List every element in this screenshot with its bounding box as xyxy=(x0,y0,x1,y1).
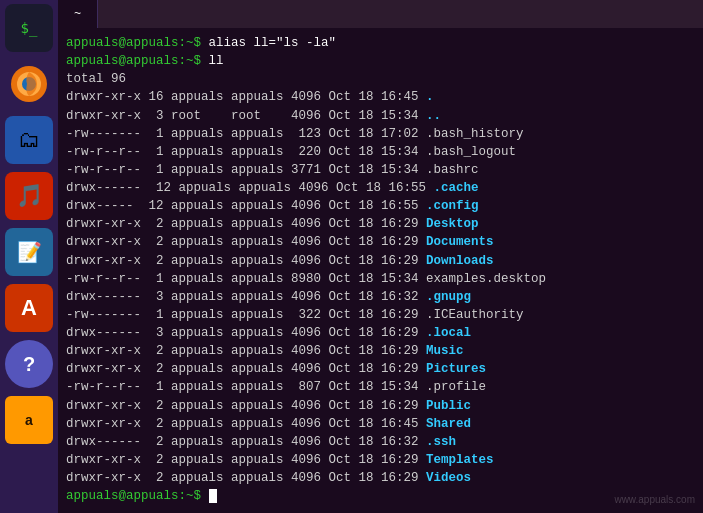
terminal-line: drwx------ 3 appuals appuals 4096 Oct 18… xyxy=(66,288,695,306)
terminal-line: drwxr-xr-x 2 appuals appuals 4096 Oct 18… xyxy=(66,415,695,433)
writer-icon: 📝 xyxy=(17,240,42,265)
tab-bar: ~ xyxy=(58,0,703,28)
sidebar: $_ 🗂 🎵 📝 A ? a xyxy=(0,0,58,513)
sidebar-icon-firefox[interactable] xyxy=(5,60,53,108)
terminal-line: drwxr-xr-x 16 appuals appuals 4096 Oct 1… xyxy=(66,88,695,106)
terminal-area: ~ appuals@appuals:~$ alias ll="ls -la"ap… xyxy=(58,0,703,513)
sidebar-icon-appstore[interactable]: A xyxy=(5,284,53,332)
terminal-line: drwx------ 12 appuals appuals 4096 Oct 1… xyxy=(66,179,695,197)
terminal-line: appuals@appuals:~$ ll xyxy=(66,52,695,70)
terminal-line: drwx------ 3 appuals appuals 4096 Oct 18… xyxy=(66,324,695,342)
terminal-line: -rw-r--r-- 1 appuals appuals 807 Oct 18 … xyxy=(66,378,695,396)
terminal-line: drwxr-xr-x 2 appuals appuals 4096 Oct 18… xyxy=(66,469,695,487)
help-icon: ? xyxy=(23,353,35,376)
terminal-line: -rw------- 1 appuals appuals 322 Oct 18 … xyxy=(66,306,695,324)
tab-home[interactable]: ~ xyxy=(58,0,98,28)
terminal-line: appuals@appuals:~$ xyxy=(66,487,695,505)
terminal-icon: $_ xyxy=(21,20,38,36)
terminal-line: -rw-r--r-- 1 appuals appuals 220 Oct 18 … xyxy=(66,143,695,161)
music-icon: 🎵 xyxy=(16,183,43,210)
terminal-line: -rw-r--r-- 1 appuals appuals 3771 Oct 18… xyxy=(66,161,695,179)
sidebar-icon-files[interactable]: 🗂 xyxy=(5,116,53,164)
files-icon: 🗂 xyxy=(18,127,40,154)
sidebar-icon-music[interactable]: 🎵 xyxy=(5,172,53,220)
terminal-line: drwxr-xr-x 3 root root 4096 Oct 18 15:34… xyxy=(66,107,695,125)
terminal-line: total 96 xyxy=(66,70,695,88)
terminal-line: -rw------- 1 appuals appuals 123 Oct 18 … xyxy=(66,125,695,143)
sidebar-icon-terminal[interactable]: $_ xyxy=(5,4,53,52)
terminal-line: -rw-r--r-- 1 appuals appuals 8980 Oct 18… xyxy=(66,270,695,288)
terminal-line: drwx------ 2 appuals appuals 4096 Oct 18… xyxy=(66,433,695,451)
terminal-content[interactable]: appuals@appuals:~$ alias ll="ls -la"appu… xyxy=(58,28,703,513)
watermark: www.appuals.com xyxy=(614,494,695,505)
terminal-line: drwxr-xr-x 2 appuals appuals 4096 Oct 18… xyxy=(66,252,695,270)
sidebar-icon-amazon[interactable]: a xyxy=(5,396,53,444)
terminal-line: appuals@appuals:~$ alias ll="ls -la" xyxy=(66,34,695,52)
terminal-line: drwxr-xr-x 2 appuals appuals 4096 Oct 18… xyxy=(66,360,695,378)
terminal-line: drwxr-xr-x 2 appuals appuals 4096 Oct 18… xyxy=(66,397,695,415)
terminal-line: drwxr-xr-x 2 appuals appuals 4096 Oct 18… xyxy=(66,342,695,360)
terminal-line: drwxr-xr-x 2 appuals appuals 4096 Oct 18… xyxy=(66,233,695,251)
sidebar-icon-help[interactable]: ? xyxy=(5,340,53,388)
firefox-icon xyxy=(9,64,49,104)
amazon-icon: a xyxy=(25,412,33,428)
sidebar-icon-writer[interactable]: 📝 xyxy=(5,228,53,276)
appstore-icon: A xyxy=(21,295,37,321)
terminal-line: drwx----- 12 appuals appuals 4096 Oct 18… xyxy=(66,197,695,215)
terminal-line: drwxr-xr-x 2 appuals appuals 4096 Oct 18… xyxy=(66,215,695,233)
terminal-line: drwxr-xr-x 2 appuals appuals 4096 Oct 18… xyxy=(66,451,695,469)
